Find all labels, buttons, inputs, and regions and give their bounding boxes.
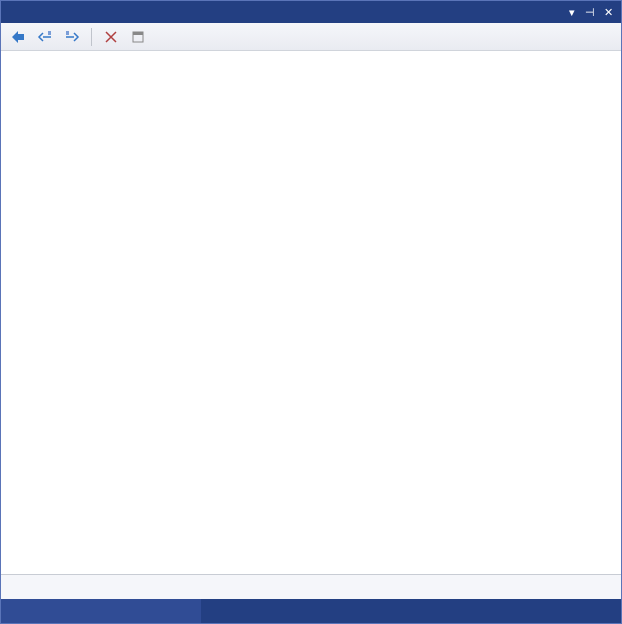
stop-find-button[interactable] (127, 26, 149, 48)
panel-tabs (1, 574, 621, 599)
clear-all-button[interactable] (100, 26, 122, 48)
window-dropdown-icon[interactable]: ▾ (563, 1, 581, 23)
go-to-next-button[interactable] (61, 26, 83, 48)
close-icon[interactable]: ✕ (599, 1, 617, 23)
toolbar (1, 23, 621, 51)
status-bar (1, 599, 621, 623)
svg-rect-1 (66, 31, 69, 35)
go-to-prev-button[interactable] (34, 26, 56, 48)
toolbar-separator (91, 28, 92, 46)
titlebar: ▾ ⊣ ✕ (1, 1, 621, 23)
svg-rect-3 (133, 32, 143, 35)
status-current-line (1, 599, 201, 623)
pin-icon[interactable]: ⊣ (581, 1, 599, 23)
go-to-location-button[interactable] (7, 26, 29, 48)
svg-rect-0 (48, 31, 51, 35)
results-content[interactable] (1, 51, 621, 574)
